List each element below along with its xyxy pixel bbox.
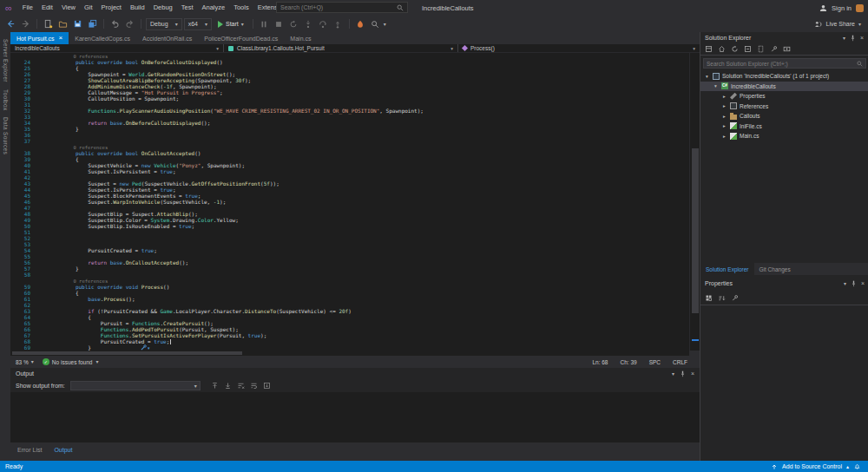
switch-views-icon[interactable] bbox=[705, 45, 713, 53]
tree-item-references[interactable]: ▸References bbox=[700, 102, 868, 112]
menu-git[interactable]: Git bbox=[80, 0, 97, 16]
code-line[interactable]: 51 bbox=[10, 229, 689, 235]
code-line[interactable]: 44 Suspect.IsPersistent = true; bbox=[10, 187, 689, 193]
line-number[interactable]: 52 bbox=[10, 235, 36, 241]
line-number[interactable]: 46 bbox=[10, 199, 36, 205]
line-number[interactable]: 43 bbox=[10, 180, 36, 187]
code-line[interactable]: 53 bbox=[10, 241, 689, 247]
line-number[interactable]: 37 bbox=[10, 138, 36, 144]
menu-project[interactable]: Project bbox=[97, 0, 126, 16]
tree-item-inifile-cs[interactable]: ▸IniFile.cs bbox=[700, 121, 868, 132]
line-number[interactable]: 27 bbox=[10, 77, 36, 83]
stop-debugging-button[interactable] bbox=[273, 17, 286, 30]
code-line[interactable]: 68 PursuitCreated = true; bbox=[10, 338, 689, 344]
feedback-icon[interactable] bbox=[856, 4, 864, 12]
chevron-down-icon[interactable]: ▾ bbox=[843, 36, 845, 41]
editor-vertical-scrollbar[interactable] bbox=[689, 53, 700, 351]
scrollbar-thumb[interactable] bbox=[692, 148, 699, 313]
chevron-collapsed-icon[interactable]: ▸ bbox=[721, 114, 727, 119]
code-line[interactable]: 58 bbox=[10, 272, 689, 278]
code-line[interactable]: 65 Pursuit = Functions.CreatePursuit(); bbox=[10, 320, 689, 326]
chevron-expanded-icon[interactable]: ▾ bbox=[713, 83, 719, 88]
line-number[interactable]: 47 bbox=[10, 205, 36, 211]
line-number[interactable]: 33 bbox=[10, 114, 36, 120]
tree-item-callouts[interactable]: ▸Callouts bbox=[700, 111, 868, 121]
solution-explorer-header[interactable]: Solution Explorer ▾ × bbox=[700, 32, 868, 43]
quick-actions-icon[interactable]: ▾ bbox=[141, 344, 150, 351]
line-number[interactable]: 60 bbox=[10, 290, 36, 296]
solution-explorer-search-box[interactable]: Search Solution Explorer (Ctrl+;) bbox=[703, 58, 866, 69]
side-tab-server-explorer[interactable]: Server Explorer bbox=[3, 39, 9, 82]
line-number[interactable]: 64 bbox=[10, 314, 36, 320]
autoscroll-icon[interactable] bbox=[263, 382, 271, 390]
code-line[interactable]: 46 Suspect.WarpIntoVehicle(SuspectVehicl… bbox=[10, 199, 689, 205]
code-line[interactable]: 63 if (!PursuitCreated && Game.LocalPlay… bbox=[10, 308, 689, 314]
line-number[interactable] bbox=[10, 53, 36, 59]
code-line[interactable]: 57 } bbox=[10, 266, 689, 272]
tab-hot-pursuit-cs[interactable]: Hot Pursuit.cs× bbox=[10, 32, 69, 44]
code-line[interactable]: 0 references bbox=[10, 53, 689, 59]
line-number[interactable]: 59 bbox=[10, 284, 36, 290]
line-number[interactable]: 39 bbox=[10, 156, 36, 162]
open-file-button[interactable] bbox=[56, 17, 69, 30]
code-line[interactable]: 61 base.Process(); bbox=[10, 296, 689, 302]
zoom-level-dropdown[interactable]: 83 % bbox=[16, 359, 29, 365]
live-share-button[interactable]: Live Share bbox=[826, 21, 855, 27]
line-number[interactable]: 50 bbox=[10, 223, 36, 229]
toolbar-overflow-icon[interactable]: ▾ bbox=[384, 22, 386, 27]
code-line[interactable]: 49 SuspectBlip.Color = System.Drawing.Co… bbox=[10, 217, 689, 223]
code-line[interactable]: 60 { bbox=[10, 290, 689, 296]
preview-selected-items-icon[interactable] bbox=[783, 45, 791, 53]
chevron-down-icon[interactable]: ▾ bbox=[858, 22, 861, 27]
side-tab-toolbox[interactable]: Toolbox bbox=[3, 89, 9, 111]
start-debugging-button[interactable]: Start▾ bbox=[214, 18, 248, 30]
line-number[interactable] bbox=[10, 278, 36, 284]
code-line[interactable]: 24 public override bool OnBeforeCalloutD… bbox=[10, 59, 689, 65]
code-editor[interactable]: 0 references24 public override bool OnBe… bbox=[10, 53, 689, 351]
go-to-next-message-icon[interactable] bbox=[224, 382, 232, 390]
solution-configurations-dropdown[interactable]: Debug▾ bbox=[146, 18, 182, 30]
step-over-button[interactable] bbox=[317, 17, 330, 30]
line-number[interactable]: 34 bbox=[10, 120, 36, 126]
code-line[interactable]: 41 Suspect.IsPersistent = true; bbox=[10, 168, 689, 174]
chevron-collapsed-icon[interactable]: ▸ bbox=[721, 134, 727, 139]
line-number[interactable]: 25 bbox=[10, 65, 36, 71]
line-number[interactable]: 42 bbox=[10, 174, 36, 180]
line-number[interactable]: 54 bbox=[10, 247, 36, 253]
line-number[interactable]: 55 bbox=[10, 253, 36, 259]
code-line[interactable]: 59 public override void Process() bbox=[10, 284, 689, 290]
code-line[interactable]: 25 { bbox=[10, 65, 689, 71]
indentation-indicator[interactable]: SPC bbox=[649, 359, 661, 365]
line-number[interactable]: 29 bbox=[10, 89, 36, 95]
add-to-source-control-button[interactable]: Add to Source Control bbox=[782, 463, 842, 469]
save-all-button[interactable] bbox=[86, 17, 99, 30]
close-tab-icon[interactable]: × bbox=[59, 35, 63, 42]
solution-platforms-dropdown[interactable]: x64▾ bbox=[184, 18, 212, 30]
line-number[interactable]: 61 bbox=[10, 296, 36, 302]
quick-search-box[interactable]: Search (Ctrl+Q) bbox=[276, 2, 408, 13]
menu-debug[interactable]: Debug bbox=[149, 0, 177, 16]
breadcrumb-member-dropdown[interactable]: Process() ▾ bbox=[458, 44, 700, 52]
tree-item-properties[interactable]: ▸Properties bbox=[700, 91, 868, 102]
step-into-button[interactable] bbox=[302, 17, 315, 30]
panel-tab-solution-explorer[interactable]: Solution Explorer bbox=[700, 263, 754, 275]
line-number[interactable]: 56 bbox=[10, 259, 36, 266]
tree-item-solution-incrediblecallouts-1-of-1-project-[interactable]: ▾Solution 'IncredibleCallouts' (1 of 1 p… bbox=[700, 71, 868, 82]
code-line[interactable]: 37 bbox=[10, 138, 689, 144]
line-number[interactable] bbox=[10, 144, 36, 150]
properties-header[interactable]: Properties ▾ × bbox=[700, 278, 868, 289]
find-in-files-button[interactable] bbox=[369, 17, 382, 30]
chevron-up-icon[interactable]: ▴ bbox=[846, 463, 849, 469]
sign-in-link[interactable]: Sign in bbox=[832, 4, 852, 12]
categorized-icon[interactable] bbox=[705, 294, 713, 302]
line-number[interactable]: 31 bbox=[10, 102, 36, 108]
output-content[interactable] bbox=[10, 392, 700, 442]
home-icon[interactable] bbox=[718, 45, 726, 53]
code-line[interactable]: 39 { bbox=[10, 156, 689, 162]
code-line[interactable]: 0 references bbox=[10, 278, 689, 284]
close-icon[interactable]: × bbox=[861, 280, 865, 286]
save-button[interactable] bbox=[71, 17, 84, 30]
line-number[interactable]: 66 bbox=[10, 326, 36, 332]
column-indicator[interactable]: Ch: 39 bbox=[620, 359, 636, 365]
breadcrumb-project-dropdown[interactable]: IncredibleCallouts ▾ bbox=[10, 44, 224, 52]
